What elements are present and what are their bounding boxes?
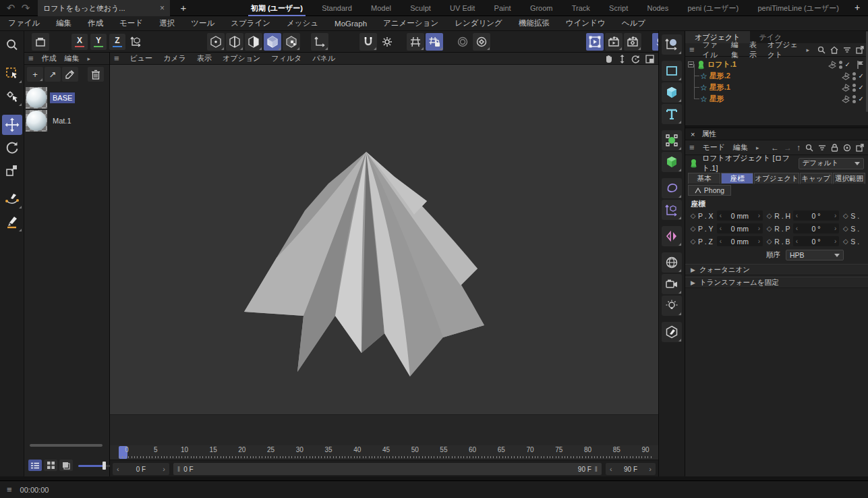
menu-item[interactable]: ウインドウ bbox=[566, 18, 606, 28]
object-name[interactable]: ロフト.1 bbox=[707, 59, 736, 70]
viewport-canvas[interactable] bbox=[110, 65, 658, 414]
key-diamond-icon[interactable]: ◇ bbox=[842, 225, 849, 232]
lock-y-axis-button[interactable]: Y bbox=[90, 34, 107, 50]
modeling-axis-icon[interactable] bbox=[662, 200, 682, 220]
layout-tab[interactable]: Sculpt bbox=[407, 1, 434, 16]
key-diamond-icon[interactable]: ◇ bbox=[765, 238, 773, 245]
visibility-dots[interactable] bbox=[852, 84, 856, 92]
add-layout-button[interactable]: + bbox=[852, 0, 863, 16]
polygons-mode-icon[interactable] bbox=[245, 33, 262, 51]
layout-tab[interactable]: 初期 (ユーザー) bbox=[248, 0, 306, 17]
layers-icon[interactable] bbox=[842, 72, 850, 80]
position-field[interactable]: ‹0 mm› bbox=[717, 223, 763, 233]
delete-material-button[interactable] bbox=[88, 67, 104, 82]
key-diamond-icon[interactable]: ◇ bbox=[689, 225, 697, 232]
symmetry-icon[interactable] bbox=[662, 226, 682, 246]
layout-tab[interactable]: Nodes bbox=[644, 1, 671, 16]
attribute-tab[interactable]: オブジェクト bbox=[754, 173, 799, 184]
tree-row-loft[interactable]: ロフト.1 ✓ bbox=[688, 59, 868, 70]
text-object-icon[interactable] bbox=[662, 104, 682, 124]
lock-workplane-icon[interactable] bbox=[426, 33, 443, 51]
timeline-ruler[interactable]: 051015202530354045505560657075808590 bbox=[110, 445, 658, 460]
camera-icon[interactable] bbox=[662, 274, 682, 294]
panel-menu-icon[interactable]: ≡ bbox=[689, 142, 695, 153]
menu-item[interactable]: スプライン bbox=[231, 18, 270, 28]
tree-row-star[interactable]: ☆ 星形 ✓ bbox=[688, 93, 868, 105]
menu-item[interactable]: メッシュ bbox=[287, 18, 318, 28]
lock-icon[interactable] bbox=[831, 144, 838, 152]
tweak-tool[interactable] bbox=[2, 86, 22, 107]
attribute-tab[interactable]: 基本 bbox=[688, 173, 720, 184]
generator-cube-icon[interactable] bbox=[662, 152, 682, 172]
filter-icon[interactable] bbox=[843, 47, 851, 53]
menu-item[interactable]: ツール bbox=[191, 18, 214, 28]
menu-item[interactable]: ファイル bbox=[8, 18, 40, 28]
range-end-handle[interactable]: ‖ bbox=[595, 466, 598, 473]
material-item[interactable]: Mat.1 bbox=[26, 109, 108, 132]
menu-item[interactable]: 機能拡張 bbox=[519, 18, 550, 28]
freeze-transform-section[interactable]: ▶ トランスフォームを固定 bbox=[685, 277, 868, 288]
history-back-icon[interactable]: ← bbox=[771, 143, 779, 153]
apply-material-button[interactable]: ↗ bbox=[45, 67, 61, 82]
orbit-rotate-icon[interactable] bbox=[631, 55, 640, 63]
scale-tool[interactable] bbox=[2, 161, 22, 181]
attr-menu-mode[interactable]: モード bbox=[703, 142, 726, 153]
menu-overflow-icon[interactable]: ▸ bbox=[756, 144, 759, 151]
filter-icon[interactable] bbox=[818, 144, 826, 151]
range-start-handle[interactable]: ‖ bbox=[177, 466, 180, 473]
rotate-tool[interactable] bbox=[2, 138, 22, 158]
horizontal-scrollbar[interactable] bbox=[30, 444, 103, 447]
layout-tab[interactable]: peniTimeLine (ユーザー) bbox=[755, 0, 842, 17]
material-name[interactable]: BASE bbox=[50, 92, 75, 103]
visibility-dots[interactable] bbox=[852, 72, 856, 80]
layers-icon[interactable] bbox=[828, 61, 836, 69]
grid-view-button[interactable] bbox=[44, 460, 57, 471]
new-material-button[interactable]: + bbox=[27, 67, 43, 82]
external-window-icon[interactable] bbox=[856, 144, 864, 152]
material-thumbnail[interactable] bbox=[26, 110, 47, 132]
rotation-field[interactable]: ‹0 °› bbox=[793, 223, 840, 233]
viewport-menu-item[interactable]: パネル bbox=[312, 53, 335, 63]
sketch-tool[interactable] bbox=[2, 212, 22, 232]
viewport-menu-item[interactable]: フィルタ bbox=[271, 53, 301, 63]
menu-item[interactable]: モード bbox=[119, 18, 143, 28]
tree-row-star1[interactable]: ☆ 星形.1 ✓ bbox=[688, 82, 868, 93]
menu-item[interactable]: MoGraph bbox=[335, 20, 367, 28]
tree-row-star2[interactable]: ☆ 星形.2 ✓ bbox=[688, 70, 868, 82]
material-menu-edit[interactable]: 編集 bbox=[65, 53, 80, 63]
object-name[interactable]: 星形.2 bbox=[710, 71, 730, 81]
layout-tab[interactable]: Groom bbox=[527, 1, 556, 16]
parent-object-icon[interactable]: ↑ bbox=[797, 143, 801, 153]
rotation-field[interactable]: ‹0 °› bbox=[793, 236, 840, 246]
close-panel-icon[interactable]: × bbox=[691, 130, 695, 138]
cube-primitive-icon[interactable] bbox=[662, 82, 682, 103]
viewport-menu-item[interactable]: 表示 bbox=[197, 53, 212, 63]
preview-range-bar[interactable]: ‖0 F 90 F‖ bbox=[173, 463, 602, 475]
order-dropdown[interactable]: HPB bbox=[786, 250, 844, 260]
layers-icon[interactable] bbox=[842, 84, 850, 92]
menu-item[interactable]: 編集 bbox=[56, 18, 71, 28]
layout-tab[interactable]: Standard bbox=[319, 1, 355, 16]
material-name[interactable]: Mat.1 bbox=[50, 115, 74, 126]
menu-item[interactable]: ヘルプ bbox=[622, 18, 645, 28]
close-tab-icon[interactable]: × bbox=[160, 3, 165, 13]
frame-box-icon[interactable] bbox=[32, 33, 49, 51]
redo-icon[interactable]: ↷ bbox=[19, 1, 32, 15]
key-diamond-icon[interactable]: ◇ bbox=[765, 212, 773, 219]
panel-menu-icon[interactable]: ≡ bbox=[28, 53, 34, 63]
object-name[interactable]: 星形.1 bbox=[710, 82, 730, 92]
collapse-icon[interactable] bbox=[688, 61, 694, 67]
list-view-button[interactable] bbox=[28, 460, 42, 471]
menu-item[interactable]: アニメーション bbox=[383, 18, 438, 28]
menu-item[interactable]: レンダリング bbox=[455, 18, 502, 28]
panel-menu-icon[interactable]: ≡ bbox=[689, 45, 695, 55]
find-search-icon[interactable] bbox=[2, 35, 22, 55]
attribute-tab[interactable]: 選択範囲 bbox=[833, 173, 865, 184]
key-diamond-icon[interactable]: ◇ bbox=[765, 225, 773, 232]
enabled-check-icon[interactable]: ✓ bbox=[845, 61, 850, 68]
toggle-view-icon[interactable] bbox=[645, 55, 654, 63]
external-window-icon[interactable] bbox=[856, 46, 864, 54]
menu-overflow-icon[interactable]: ▸ bbox=[806, 47, 809, 53]
edges-mode-icon[interactable] bbox=[226, 33, 243, 51]
enabled-check-icon[interactable]: ✓ bbox=[859, 72, 864, 80]
